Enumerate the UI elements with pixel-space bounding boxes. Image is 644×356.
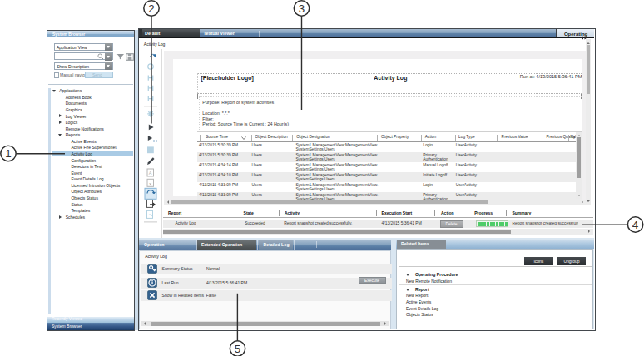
svg-text:5: 5 xyxy=(235,343,240,355)
svg-text:3: 3 xyxy=(299,2,305,15)
svg-text:2: 2 xyxy=(148,2,154,15)
svg-text:4: 4 xyxy=(632,219,639,231)
svg-text:1: 1 xyxy=(5,147,11,160)
